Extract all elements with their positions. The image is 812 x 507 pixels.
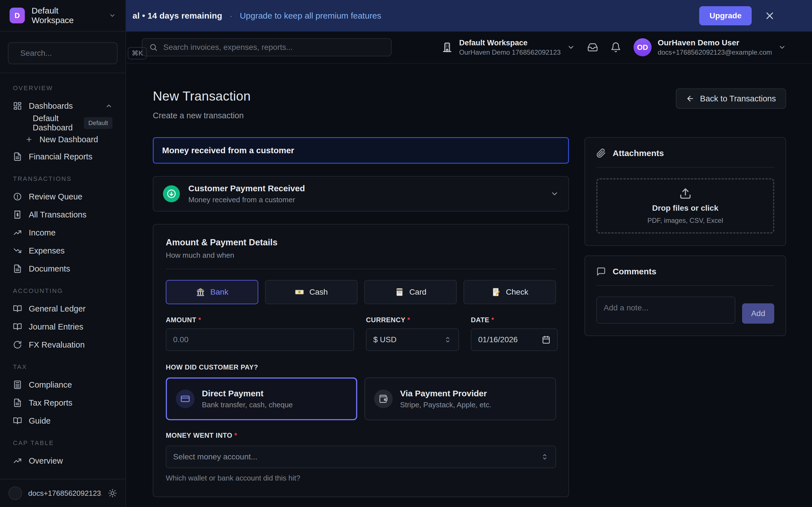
upgrade-button[interactable]: Upgrade bbox=[699, 6, 752, 25]
footer-user-email: docs+1768562092123... bbox=[28, 489, 102, 498]
sidebar-item-income[interactable]: Income bbox=[7, 224, 118, 242]
tab-card[interactable]: Card bbox=[364, 280, 457, 304]
file-dropzone[interactable]: Drop files or click PDF, images, CSV, Ex… bbox=[596, 178, 774, 233]
sidebar-item-label: Tax Reports bbox=[29, 398, 72, 407]
sidebar-item-tax-reports[interactable]: Tax Reports bbox=[7, 394, 118, 412]
upgrade-link[interactable]: Upgrade to keep all premium features bbox=[240, 11, 381, 20]
money-account-select[interactable]: Select money account... bbox=[166, 446, 556, 468]
sidebar-item-dashboards[interactable]: Dashboards bbox=[7, 97, 118, 115]
file-text-icon bbox=[13, 264, 22, 273]
sidebar-item-overview[interactable]: Overview bbox=[7, 452, 118, 470]
sidebar-item-label: Overview bbox=[29, 456, 63, 466]
global-search-input[interactable] bbox=[163, 43, 384, 52]
inbox-icon[interactable] bbox=[587, 42, 598, 53]
avatar bbox=[8, 487, 22, 500]
sidebar-item-compliance[interactable]: Compliance bbox=[7, 376, 118, 394]
pay-question-label: HOW DID CUSTOMER PAY? bbox=[166, 363, 556, 371]
building-icon bbox=[442, 42, 453, 53]
workspace-dropdown[interactable]: Default Workspace OurHaven Demo 17685620… bbox=[442, 39, 574, 56]
user-menu[interactable]: OD OurHaven Demo User docs+1768562092123… bbox=[633, 38, 786, 56]
payment-received-icon bbox=[163, 185, 180, 202]
book-open-icon bbox=[13, 304, 22, 313]
receipt-icon bbox=[13, 210, 22, 219]
comments-title: Comments bbox=[613, 267, 656, 276]
sidebar-item-all-transactions[interactable]: All Transactions bbox=[7, 206, 118, 224]
tab-label: Card bbox=[409, 288, 426, 297]
sidebar-item-label: Compliance bbox=[29, 380, 72, 390]
tab-bank[interactable]: $ Bank bbox=[166, 280, 258, 304]
sidebar-item-guide[interactable]: Guide bbox=[7, 412, 118, 430]
file-text-icon bbox=[13, 152, 22, 161]
currency-select[interactable]: $ USD bbox=[366, 328, 459, 351]
svg-text:$: $ bbox=[299, 291, 300, 293]
refresh-icon bbox=[13, 340, 22, 349]
alert-circle-icon bbox=[13, 192, 22, 201]
global-search[interactable] bbox=[142, 38, 392, 56]
sidebar-item-label: Default Dashboard bbox=[33, 114, 73, 132]
paperclip-icon bbox=[596, 149, 606, 158]
currency-label: CURRENCY * bbox=[366, 316, 459, 324]
sidebar-item-new-dashboard[interactable]: New Dashboard bbox=[7, 131, 118, 148]
section-label-overview: OVERVIEW bbox=[13, 84, 112, 92]
attachments-card: Attachments Drop files or click PDF, ima… bbox=[585, 137, 786, 246]
theme-toggle-sun-icon[interactable] bbox=[108, 489, 117, 498]
amount-input[interactable] bbox=[166, 328, 354, 351]
sidebar-item-default-dashboard[interactable]: Default Dashboard Default bbox=[7, 115, 118, 131]
amount-label: AMOUNT * bbox=[166, 316, 354, 324]
required-asterisk: * bbox=[407, 316, 410, 324]
tab-check[interactable]: Check bbox=[463, 280, 556, 304]
add-comment-button[interactable]: Add bbox=[742, 303, 774, 324]
sidebar-search[interactable]: ⌘K bbox=[8, 42, 117, 64]
selector-chevrons-icon bbox=[541, 453, 549, 461]
sidebar-item-journal-entries[interactable]: Journal Entries bbox=[7, 318, 118, 336]
bell-icon[interactable] bbox=[610, 42, 621, 53]
default-badge: Default bbox=[84, 117, 112, 129]
main-area: Default Workspace OurHaven Demo 17685620… bbox=[126, 32, 812, 507]
workspace-avatar: D bbox=[10, 8, 25, 23]
file-text-icon bbox=[13, 398, 22, 407]
sidebar-item-review-queue[interactable]: Review Queue bbox=[7, 187, 118, 206]
transaction-type-subtitle: Money received from a customer bbox=[188, 195, 305, 204]
workspace-switcher[interactable]: D Default Workspace bbox=[0, 0, 125, 32]
section-label-cap-table: CAP TABLE bbox=[13, 439, 112, 447]
arrow-left-icon bbox=[686, 94, 695, 103]
date-input[interactable]: 01/16/2026 bbox=[471, 328, 558, 351]
sidebar-item-documents[interactable]: Documents bbox=[7, 260, 118, 278]
transaction-type-select[interactable]: Customer Payment Received Money received… bbox=[153, 176, 569, 212]
sidebar-item-label: Expenses bbox=[29, 246, 64, 256]
currency-value: $ USD bbox=[373, 335, 444, 344]
trending-up-icon bbox=[13, 456, 22, 465]
sidebar-item-label: Income bbox=[29, 228, 56, 237]
sidebar-item-label: Financial Reports bbox=[29, 152, 93, 161]
sidebar-search-input[interactable] bbox=[20, 49, 122, 58]
required-asterisk: * bbox=[199, 316, 201, 324]
back-to-transactions-button[interactable]: Back to Transactions bbox=[676, 89, 786, 109]
tab-cash[interactable]: $ Cash bbox=[265, 280, 357, 304]
sidebar-item-fx-revaluation[interactable]: FX Revaluation bbox=[7, 336, 118, 354]
section-label-tax: TAX bbox=[13, 363, 112, 371]
pay-option-subtitle: Stripe, Paystack, Apple, etc. bbox=[400, 400, 492, 409]
money-into-label: MONEY WENT INTO * bbox=[166, 432, 556, 439]
date-value: 01/16/2026 bbox=[478, 335, 542, 344]
card-title: Amount & Payment Details bbox=[166, 237, 556, 247]
sidebar-item-label: FX Revaluation bbox=[29, 340, 85, 349]
header-workspace-name: Default Workspace bbox=[459, 39, 560, 47]
section-label-accounting: ACCOUNTING bbox=[13, 287, 112, 295]
sidebar-footer: docs+1768562092123... bbox=[0, 479, 125, 507]
top-header: Default Workspace OurHaven Demo 17685620… bbox=[126, 32, 812, 64]
comment-input[interactable] bbox=[596, 297, 735, 324]
sidebar-nav: OVERVIEW Dashboards Default Dashboard De… bbox=[0, 73, 125, 479]
money-account-placeholder: Select money account... bbox=[173, 452, 541, 461]
direct-payment-option[interactable]: Direct Payment Bank transfer, cash, cheq… bbox=[166, 378, 357, 420]
payment-provider-option[interactable]: Via Payment Provider Stripe, Paystack, A… bbox=[364, 378, 556, 420]
sidebar-item-general-ledger[interactable]: General Ledger bbox=[7, 300, 118, 318]
dropzone-subtitle: PDF, images, CSV, Excel bbox=[647, 217, 723, 224]
sidebar-item-financial-reports[interactable]: Financial Reports bbox=[7, 148, 118, 166]
tab-label: Check bbox=[506, 288, 528, 297]
pay-option-title: Via Payment Provider bbox=[400, 389, 492, 398]
close-banner-icon[interactable] bbox=[764, 10, 775, 21]
book-open-icon bbox=[13, 416, 22, 425]
sidebar-item-expenses[interactable]: Expenses bbox=[7, 242, 118, 260]
header-workspace-org: OurHaven Demo 1768562092123 bbox=[459, 48, 560, 56]
transaction-description-input[interactable] bbox=[153, 137, 569, 164]
